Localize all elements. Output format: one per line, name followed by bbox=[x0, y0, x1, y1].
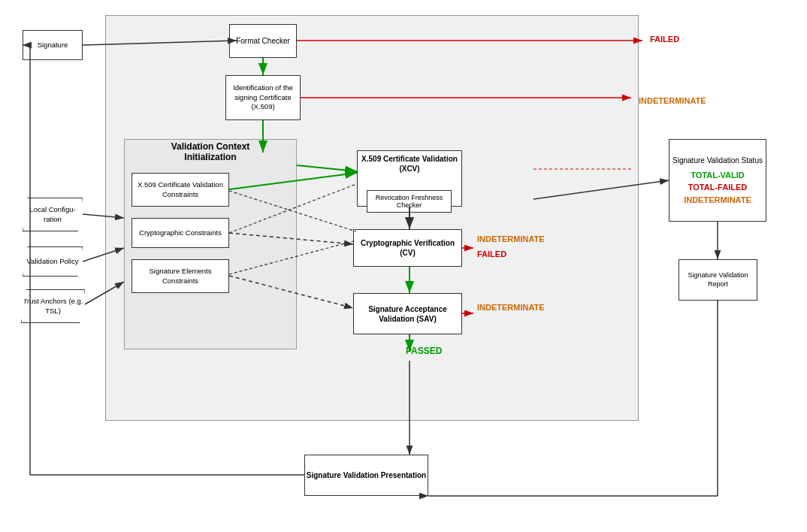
sav-label: Signature Acceptance Validation (SAV) bbox=[354, 304, 461, 324]
signature-box: Signature bbox=[23, 30, 83, 60]
signature-label: Signature bbox=[38, 41, 68, 50]
sig-elements-constraints-box: Signature Elements Constraints bbox=[131, 259, 229, 293]
total-valid-label: TOTAL-VALID bbox=[691, 169, 745, 182]
xcert-validation-constraints-box: X.509 Certificate Validation Constraints bbox=[131, 173, 229, 207]
validation-context-title: Validation Context Initialization bbox=[158, 141, 263, 162]
sig-elements-constraints-label: Signature Elements Constraints bbox=[132, 267, 228, 286]
indeterminate-status-label: INDETERMINATE bbox=[684, 194, 751, 207]
xcert-constraints-label: X.509 Certificate Validation Constraints bbox=[132, 180, 228, 199]
validation-policy-label: Validation Policy bbox=[26, 257, 78, 266]
identification-label: Identification of the signing Certificat… bbox=[226, 83, 300, 111]
indeterminate-label-3: INDETERMINATE bbox=[477, 303, 545, 312]
sig-validation-presentation-box: Signature Validation Presentation bbox=[304, 455, 428, 496]
validation-policy-box: Validation Policy bbox=[23, 246, 83, 277]
local-config-box: Local Configu- ration bbox=[23, 198, 83, 231]
trust-anchors-label: Trust Anchors (e.g. TSL) bbox=[22, 297, 84, 316]
local-config-label: Local Configu- ration bbox=[23, 205, 82, 224]
crypto-constraints-label: Cryptographic Constraints bbox=[139, 228, 222, 237]
passed-label: PASSED bbox=[406, 346, 442, 356]
sig-validation-presentation-label: Signature Validation Presentation bbox=[307, 470, 426, 480]
sig-validation-status-box: Signature Validation Status TOTAL-VALID … bbox=[669, 139, 766, 222]
cv-box: Cryptographic Verification (CV) bbox=[353, 229, 462, 267]
crypto-constraints-box: Cryptographic Constraints bbox=[131, 218, 229, 248]
format-checker-box: Format Checker bbox=[229, 24, 297, 58]
identification-box: Identification of the signing Certificat… bbox=[225, 75, 301, 120]
sig-validation-report-label: Signature Validation Report bbox=[679, 271, 757, 289]
cv-label: Cryptographic Verification (CV) bbox=[354, 238, 461, 258]
indeterminate-label-1: INDETERMINATE bbox=[639, 96, 706, 105]
xcv-title: X.509 Certificate Validation (XCV) bbox=[358, 151, 461, 177]
diagram-container: Signature Format Checker Identification … bbox=[8, 8, 799, 524]
format-checker-label: Format Checker bbox=[236, 37, 290, 45]
failed-label-2: FAILED bbox=[477, 249, 506, 258]
sav-box: Signature Acceptance Validation (SAV) bbox=[353, 293, 462, 334]
sig-validation-status-title: Signature Validation Status bbox=[672, 155, 763, 166]
total-failed-label: TOTAL-FAILED bbox=[688, 181, 747, 194]
indeterminate-label-2: INDETERMINATE bbox=[477, 234, 545, 243]
revocation-label: Revocation Freshness Checker bbox=[367, 194, 451, 209]
revocation-box: Revocation Freshness Checker bbox=[367, 190, 452, 213]
failed-label-1: FAILED bbox=[650, 35, 679, 44]
trust-anchors-box: Trust Anchors (e.g. TSL) bbox=[21, 289, 85, 323]
sig-validation-report-box: Signature Validation Report bbox=[679, 259, 757, 301]
